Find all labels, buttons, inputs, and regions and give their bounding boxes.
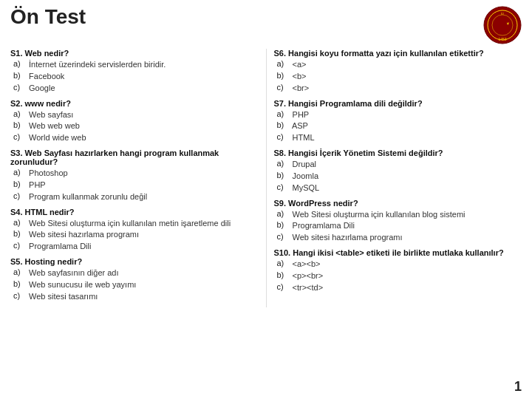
answer-label: c) [13, 83, 27, 92]
svg-point-2 [492, 15, 513, 35]
answer-row: c) Programlama Dili [10, 241, 259, 252]
answer-row: a) <a><b> [274, 259, 522, 270]
answer-text: Web sitesi hazırlama programı [290, 232, 403, 243]
answer-text: <p><br> [290, 270, 324, 282]
answer-row: b) ASP [274, 120, 522, 132]
svg-text:1453: 1453 [498, 37, 506, 41]
answer-label: a) [277, 109, 290, 118]
answer-row: c) MySQL [274, 183, 522, 194]
answer-text: <a> [290, 59, 307, 70]
answer-label: c) [277, 132, 290, 141]
answer-label: b) [277, 270, 290, 279]
question-title-s6: S6. Hangisi koyu formatta yazı için kull… [274, 49, 522, 58]
question-title-s3: S3. Web Sayfası hazırlarken hangi progra… [10, 149, 259, 166]
answer-row: b) Web sitesi hazırlama programı [10, 229, 259, 240]
answer-text: Web sunucusu ile web yayımı [27, 279, 136, 290]
answer-row: c) Web sitesi hazırlama programı [274, 232, 522, 243]
question-title-s7: S7. Hangisi Programlama dili değildir? [274, 99, 522, 108]
answer-text: İnternet üzerindeki servislerden biridir… [27, 59, 166, 70]
question-title-s8: S8. Hangisi İçerik Yönetim Sistemi değil… [274, 149, 522, 157]
answer-label: b) [277, 71, 290, 80]
question-title-s4: S4. HTML nedir? [10, 208, 259, 216]
answer-text: MySQL [290, 183, 320, 194]
page-number: 1 [514, 379, 522, 395]
answer-label: b) [13, 71, 27, 80]
question-block-s2: S2. www nedir?a) Web sayfasıb) Web web w… [10, 99, 259, 144]
question-block-s6: S6. Hangisi koyu formatta yazı için kull… [274, 49, 522, 94]
question-block-s1: S1. Web nedir?a) İnternet üzerindeki ser… [10, 49, 259, 94]
answer-text: <br> [290, 83, 310, 94]
answer-text: Programlama Dili [27, 241, 91, 252]
answer-row: a) İnternet üzerindeki servislerden biri… [10, 59, 259, 70]
answer-row: b) <p><br> [274, 270, 522, 282]
answer-label: b) [13, 279, 27, 288]
answer-row: c) Web sitesi tasarımı [10, 291, 259, 302]
answer-label: c) [13, 241, 27, 250]
question-block-s10: S10. Hangi ikisi <table> etiketi ile bir… [274, 248, 522, 293]
answer-row: b) <b> [274, 71, 522, 82]
answer-label: a) [13, 109, 27, 118]
answer-row: c) Program kullanmak zorunlu değil [10, 191, 259, 202]
answer-text: <a><b> [290, 259, 321, 270]
answer-label: c) [277, 83, 290, 92]
answer-label: b) [277, 120, 290, 129]
page-title: Ön Test [10, 6, 86, 29]
answer-label: c) [13, 132, 27, 141]
answer-row: b) Programlama Dili [274, 220, 522, 231]
answer-label: b) [13, 229, 27, 238]
answer-text: <b> [290, 71, 307, 82]
answer-text: PHP [290, 109, 310, 120]
answer-text: Web Sitesi oluşturma için kullanılan met… [27, 218, 231, 229]
answer-label: a) [277, 259, 290, 267]
answer-text: Web sayfası [27, 109, 73, 120]
answer-text: Google [27, 83, 55, 94]
answer-label: a) [13, 267, 27, 276]
question-title-s9: S9. WordPress nedir? [274, 199, 522, 208]
answer-label: b) [277, 220, 290, 229]
answer-text: Facebook [27, 71, 64, 82]
question-block-s4: S4. HTML nedir?a) Web Sitesi oluşturma i… [10, 208, 259, 253]
answer-row: a) Photoshop [10, 168, 259, 179]
question-block-s9: S9. WordPress nedir?a) Web Sitesi oluştu… [274, 199, 522, 244]
answer-text: HTML [290, 132, 315, 143]
question-block-s7: S7. Hangisi Programlama dili değildir?a)… [274, 99, 522, 144]
answer-label: a) [13, 168, 27, 177]
answer-label: c) [13, 191, 27, 200]
answer-label: a) [277, 59, 290, 68]
answer-text: <tr><td> [290, 282, 324, 293]
answer-row: a) PHP [274, 109, 522, 120]
answer-row: c) <br> [274, 83, 522, 94]
answer-row: b) Web web web [10, 120, 259, 132]
answer-label: c) [277, 282, 290, 291]
answer-row: c) Google [10, 83, 259, 94]
answer-text: Web sayfasının diğer adı [27, 267, 119, 279]
answer-text: Program kullanmak zorunlu değil [27, 191, 147, 202]
answer-row: c) World wide web [10, 132, 259, 143]
answer-row: a) Web Sitesi oluşturma için kullanılan … [10, 218, 259, 229]
answer-row: b) PHP [10, 180, 259, 191]
answer-text: Programlama Dili [290, 220, 355, 231]
answer-text: Web sitesi tasarımı [27, 291, 98, 302]
question-block-s5: S5. Hosting nedir?a) Web sayfasının diğe… [10, 257, 259, 302]
answer-row: c) HTML [274, 132, 522, 143]
answer-text: Drupal [290, 159, 316, 170]
content-columns: S1. Web nedir?a) İnternet üzerindeki ser… [10, 49, 522, 307]
answer-row: b) Joomla [274, 171, 522, 182]
svg-text:İÜ: İÜ [501, 12, 504, 16]
left-column: S1. Web nedir?a) İnternet üzerindeki ser… [10, 49, 266, 307]
logo: 1453 İÜ [483, 6, 522, 44]
answer-label: a) [277, 209, 290, 218]
answer-row: a) <a> [274, 59, 522, 70]
answer-row: a) Drupal [274, 159, 522, 170]
answer-text: Web Sitesi oluşturma için kullanılan blo… [290, 209, 466, 220]
answer-text: Web sitesi hazırlama programı [27, 229, 139, 240]
question-block-s3: S3. Web Sayfası hazırlarken hangi progra… [10, 149, 259, 202]
question-title-s10: S10. Hangi ikisi <table> etiketi ile bir… [274, 248, 522, 257]
answer-row: a) Web sayfası [10, 109, 259, 120]
answer-label: b) [13, 120, 27, 129]
answer-row: b) Facebook [10, 71, 259, 82]
answer-text: Photoshop [27, 168, 68, 179]
page: Ön Test 1453 İÜ S1. Web nedir?a) İnterne… [0, 0, 532, 399]
header: Ön Test 1453 İÜ [10, 6, 522, 44]
answer-label: c) [277, 183, 290, 191]
